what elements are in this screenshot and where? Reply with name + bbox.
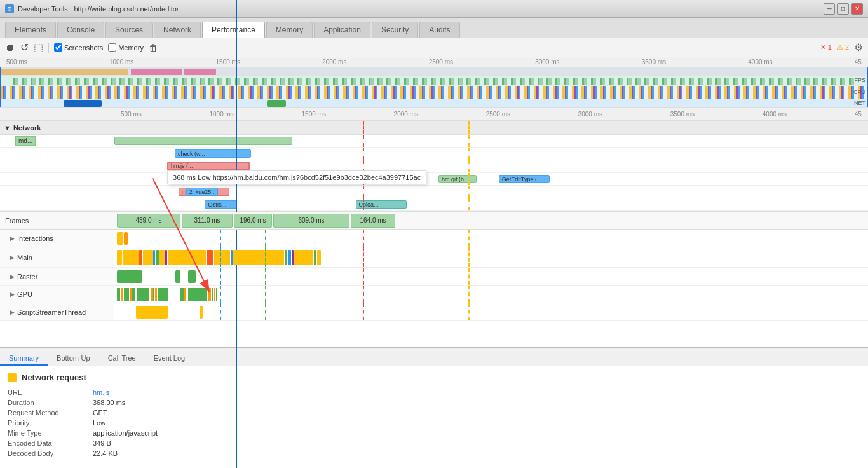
screenshots-checkbox[interactable] bbox=[54, 43, 62, 52]
raster-expand-icon: ▶ bbox=[10, 273, 15, 280]
network-row-getis: GetIs... Uploa... bbox=[0, 198, 868, 211]
raster-content bbox=[114, 268, 868, 285]
network-row-mainjs-bar: main.js (c... 2_xue25... bbox=[114, 186, 868, 198]
tab-application[interactable]: Application bbox=[314, 22, 370, 38]
bottom-content: Network request URL hm.js Duration 368.0… bbox=[0, 366, 868, 468]
network-row-of: of (beacon.tinogyun.com) hm.gif (h... Ge… bbox=[0, 173, 868, 186]
tab-memory[interactable]: Memory bbox=[266, 22, 313, 38]
track-interactions: ▶ Interactions bbox=[0, 230, 868, 247]
timeline-ruler: 500 ms 1000 ms 1500 ms 2000 ms 2500 ms 3… bbox=[0, 108, 868, 121]
screenshots-check[interactable]: Screenshots bbox=[54, 43, 103, 52]
net-track: NET bbox=[0, 99, 868, 108]
window-controls[interactable]: ─ □ ✕ bbox=[824, 3, 863, 15]
tab-performance[interactable]: Performance bbox=[202, 22, 265, 38]
separator-1 bbox=[48, 43, 49, 53]
main-block-15 bbox=[288, 250, 291, 265]
memory-check[interactable]: Memory bbox=[108, 43, 144, 52]
main-label[interactable]: ▶ Main bbox=[0, 247, 114, 267]
gpu-content bbox=[114, 286, 868, 303]
red-vline-md bbox=[363, 135, 364, 147]
priority-value: Low bbox=[93, 419, 105, 427]
tab-summary[interactable]: Summary bbox=[0, 352, 48, 366]
summary-priority-row: Priority Low bbox=[8, 419, 860, 427]
getedittype-bar[interactable]: GetEditType (... bbox=[499, 175, 550, 183]
frame-0[interactable]: 439.0 ms bbox=[117, 214, 180, 228]
devtools-icon: ⚙ bbox=[5, 4, 14, 13]
frame-3[interactable]: 609.0 ms bbox=[273, 214, 349, 228]
scriptstreamer-label[interactable]: ▶ ScriptStreamerThread bbox=[0, 303, 114, 320]
gpu-label[interactable]: ▶ GPU bbox=[0, 286, 114, 303]
frame-4[interactable]: 164.0 ms bbox=[351, 214, 395, 228]
tab-security[interactable]: Security bbox=[372, 22, 418, 38]
close-button[interactable]: ✕ bbox=[851, 3, 863, 15]
frame-2[interactable]: 196.0 ms bbox=[234, 214, 272, 228]
track-main: ▶ Main bbox=[0, 247, 868, 268]
window-title: Developer Tools - http://write.blog.csdn… bbox=[18, 5, 179, 13]
tracks-container: ▶ Interactions ▶ bbox=[0, 230, 868, 347]
uploa-bar[interactable]: Uploa... bbox=[356, 200, 407, 209]
getis-bar[interactable]: GetIs... bbox=[205, 200, 236, 209]
url-value[interactable]: hm.js bbox=[93, 389, 109, 396]
raster-label[interactable]: ▶ Raster bbox=[0, 268, 114, 285]
xue25-bar[interactable]: 2_xue25... bbox=[186, 188, 218, 196]
tab-sources[interactable]: Sources bbox=[105, 22, 153, 38]
interactions-content bbox=[114, 230, 868, 247]
tab-bottom-up[interactable]: Bottom-Up bbox=[48, 352, 99, 366]
interactions-label[interactable]: ▶ Interactions bbox=[0, 230, 114, 247]
main-content bbox=[114, 247, 868, 267]
main-block-3 bbox=[143, 250, 153, 265]
network-section: ▼ Network md... bbox=[0, 121, 868, 212]
frames-bar: Frames 439.0 ms 311.0 ms 196.0 ms 609.0 … bbox=[0, 212, 868, 230]
devtools-main: 500 ms 1000 ms 1500 ms 2000 ms 2500 ms 3… bbox=[0, 57, 868, 468]
network-row-md-label: md... bbox=[0, 135, 114, 147]
hmjs-bar[interactable]: hm.js (... bbox=[167, 162, 250, 170]
frame-1[interactable]: 311.0 ms bbox=[182, 214, 233, 228]
tab-bar: Elements Console Sources Network Perform… bbox=[0, 18, 868, 38]
main-block-11 bbox=[217, 250, 230, 265]
main-block-2 bbox=[139, 250, 142, 265]
settings-button[interactable]: ⚙ bbox=[854, 41, 863, 53]
tab-event-log[interactable]: Event Log bbox=[145, 352, 194, 366]
duration-value: 368.00 ms bbox=[93, 399, 125, 406]
minimize-button[interactable]: ─ bbox=[824, 3, 835, 15]
network-expand[interactable]: ▼ Network bbox=[0, 121, 114, 134]
maximize-button[interactable]: □ bbox=[837, 3, 849, 15]
network-row-getis-bar: GetIs... Uploa... bbox=[114, 198, 868, 210]
tab-network[interactable]: Network bbox=[154, 22, 201, 38]
decoded-label: Decoded Body bbox=[8, 450, 90, 457]
interaction-block-1 bbox=[124, 232, 128, 245]
duration-label: Duration bbox=[8, 399, 90, 406]
main-block-8 bbox=[168, 250, 206, 265]
scriptstreamer-expand-icon: ▶ bbox=[10, 309, 15, 315]
trash-button[interactable]: 🗑 bbox=[149, 43, 158, 53]
check-bar[interactable]: check (w... bbox=[175, 149, 251, 158]
track-scriptstreamer: ▶ ScriptStreamerThread bbox=[0, 303, 868, 321]
method-value: GET bbox=[93, 409, 107, 416]
encoded-value: 349 B bbox=[93, 439, 111, 447]
screenshot-strip bbox=[0, 67, 868, 76]
overview-ruler: 500 ms 1000 ms 1500 ms 2000 ms 2500 ms 3… bbox=[0, 57, 868, 67]
main-block-19 bbox=[317, 250, 321, 265]
timeline-section: 500 ms 1000 ms 1500 ms 2000 ms 2500 ms 3… bbox=[0, 108, 868, 347]
tab-elements[interactable]: Elements bbox=[5, 22, 56, 38]
scriptstreamer-content bbox=[114, 303, 868, 320]
main-block-7 bbox=[165, 250, 167, 265]
network-header-row: ▼ Network bbox=[0, 121, 868, 135]
raster-block-0 bbox=[117, 270, 142, 283]
main-block-6 bbox=[159, 250, 165, 265]
fps-label: FPS bbox=[854, 77, 865, 83]
network-waterfall-header bbox=[114, 121, 868, 134]
clear-button[interactable]: ⬚ bbox=[34, 41, 43, 53]
tab-audits[interactable]: Audits bbox=[419, 22, 459, 38]
refresh-record-button[interactable]: ↺ bbox=[20, 41, 29, 53]
frames-content: 439.0 ms 311.0 ms 196.0 ms 609.0 ms 164.… bbox=[114, 212, 868, 229]
decoded-value: 22.4 KB bbox=[93, 450, 118, 457]
memory-checkbox[interactable] bbox=[108, 43, 116, 52]
summary-decoded-row: Decoded Body 22.4 KB bbox=[8, 450, 860, 457]
main-block-14 bbox=[285, 250, 287, 265]
tab-call-tree[interactable]: Call Tree bbox=[99, 352, 145, 366]
encoded-label: Encoded Data bbox=[8, 439, 90, 447]
hmgif-bar[interactable]: hm.gif (h... bbox=[438, 175, 477, 183]
record-button[interactable]: ⏺ bbox=[5, 42, 15, 53]
tab-console[interactable]: Console bbox=[57, 22, 104, 38]
